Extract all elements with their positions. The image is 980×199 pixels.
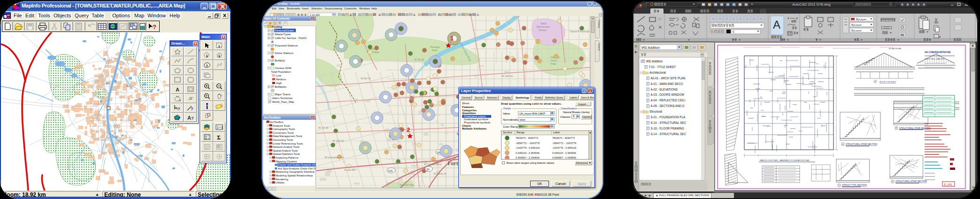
svg-text:1=1: 1=1 <box>217 125 224 130</box>
svg-text:A: A <box>187 115 191 121</box>
svg-text:?: ? <box>177 107 180 111</box>
svg-text:?: ? <box>177 116 180 121</box>
svg-text:?: ? <box>206 94 208 98</box>
svg-text:A: A <box>176 87 179 92</box>
svg-text:?: ? <box>153 23 156 31</box>
svg-text:Σ: Σ <box>217 134 221 140</box>
svg-text:?: ? <box>191 107 193 111</box>
svg-text:?: ? <box>191 116 194 121</box>
